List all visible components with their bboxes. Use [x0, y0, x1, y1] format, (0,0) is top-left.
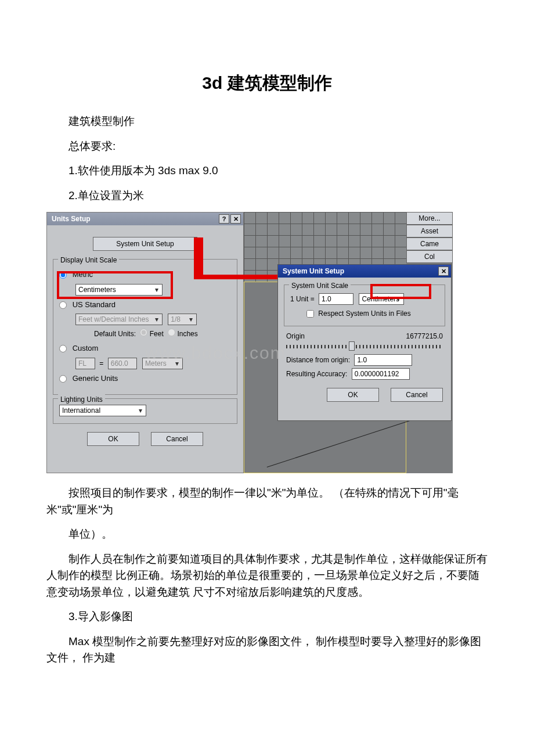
metric-combo[interactable]: Centimeters: [75, 284, 163, 296]
screenshot-figure: More... Asset Came Col Units Setup ? ✕ S…: [46, 212, 453, 473]
units-cancel-button[interactable]: Cancel: [151, 432, 203, 446]
system-unit-scale-group: System Unit Scale 1 Unit = 1.0 Centimete…: [284, 285, 445, 326]
para-note2: 制作人员在制作之前要知道项目的具体制作要求，尤其是制作单位，这样做能保证所有人制…: [46, 551, 488, 601]
system-unit-setup-button[interactable]: System Unit Setup: [93, 237, 197, 251]
system-unit-title: System Unit Setup: [283, 265, 344, 278]
feet-radio: [140, 329, 147, 336]
units-setup-title: Units Setup: [52, 213, 91, 225]
unit-value-input[interactable]: 1.0: [319, 293, 353, 305]
metric-radio[interactable]: [59, 271, 67, 279]
slider-thumb-icon[interactable]: [349, 341, 355, 351]
stack-camera-button[interactable]: Came: [406, 237, 453, 250]
para-req3: 3.导入影像图: [46, 609, 488, 625]
origin-slider[interactable]: [286, 345, 443, 348]
units-ok-button[interactable]: OK: [87, 432, 139, 446]
inches-radio: [168, 329, 175, 336]
system-unit-scale-legend: System Unit Scale: [289, 280, 351, 291]
default-units-label: Default Units:: [94, 330, 136, 338]
us-label: US Standard: [73, 300, 116, 309]
accuracy-input: 0.0000001192: [352, 368, 410, 380]
lighting-units-legend: Lighting Units: [58, 394, 105, 405]
unit-combo[interactable]: Centimeters: [359, 293, 404, 305]
para-note3: Max 模型制作之前要先整理好对应的影像图文件， 制作模型时要导入整理好的影像图…: [46, 633, 488, 667]
accuracy-label: Resulting Accuracy:: [286, 370, 347, 378]
origin-label: Origin: [286, 331, 305, 341]
us-combo2[interactable]: 1/8: [168, 314, 197, 325]
para-reqhead: 总体要求:: [46, 138, 488, 155]
custom-value-input[interactable]: 660.0: [108, 358, 137, 369]
respect-label: Respect System Units in Files: [318, 309, 410, 318]
lighting-units-group: Lighting Units International: [53, 398, 237, 424]
custom-prefix-input[interactable]: FL: [75, 358, 95, 369]
custom-label: Custom: [73, 344, 99, 352]
system-unit-dialog: System Unit Setup ✕ System Unit Scale 1 …: [277, 264, 452, 421]
system-unit-titlebar[interactable]: System Unit Setup ✕: [278, 265, 451, 278]
metric-row[interactable]: Metric: [59, 269, 231, 280]
distance-input[interactable]: 1.0: [354, 354, 412, 366]
custom-row[interactable]: Custom: [59, 343, 231, 354]
display-unit-scale-legend: Display Unit Scale: [58, 255, 119, 265]
para-note1b: 单位）。: [46, 526, 488, 543]
para-note1: 按照项目的制作要求，模型的制作一律以"米"为单位。 （在特殊的情况下可用"毫米"…: [46, 485, 488, 518]
origin-value: 16777215.0: [406, 331, 443, 341]
display-unit-scale-group: Display Unit Scale Metric Centimeters US…: [53, 259, 237, 395]
close-icon[interactable]: ✕: [230, 214, 241, 224]
us-combo1[interactable]: Feet w/Decimal Inches: [75, 314, 163, 325]
system-cancel-button[interactable]: Cancel: [391, 388, 443, 402]
generic-row[interactable]: Generic Units: [59, 373, 231, 384]
us-radio[interactable]: [59, 301, 67, 309]
stack-asset-button[interactable]: Asset: [406, 225, 453, 237]
units-setup-titlebar[interactable]: Units Setup ? ✕: [47, 213, 243, 225]
close-icon[interactable]: ✕: [438, 267, 449, 276]
para-req1: 1.软件使用版本为 3ds max 9.0: [46, 163, 488, 179]
generic-radio[interactable]: [59, 375, 67, 383]
feet-label: Feet: [150, 330, 164, 338]
us-row[interactable]: US Standard: [59, 299, 231, 311]
para-subtitle: 建筑模型制作: [46, 113, 488, 130]
lighting-combo[interactable]: International: [59, 405, 146, 416]
tool-stack: More... Asset Came Col: [406, 212, 453, 263]
stack-more-button[interactable]: More...: [406, 212, 453, 225]
respect-checkbox[interactable]: [306, 310, 314, 318]
inches-label: Inches: [177, 330, 197, 338]
page-title: 3d 建筑模型制作: [46, 70, 488, 96]
custom-equals: =: [99, 359, 103, 368]
custom-unit-combo[interactable]: Meters: [142, 358, 183, 369]
stack-col-button[interactable]: Col: [406, 250, 453, 263]
one-unit-label: 1 Unit =: [290, 295, 315, 303]
para-req2: 2.单位设置为米: [46, 188, 488, 204]
metric-label: Metric: [73, 270, 93, 279]
system-ok-button[interactable]: OK: [327, 388, 379, 402]
generic-label: Generic Units: [73, 374, 118, 383]
custom-radio[interactable]: [59, 345, 67, 352]
help-icon[interactable]: ?: [219, 214, 229, 224]
distance-label: Distance from origin:: [286, 356, 350, 364]
units-setup-dialog: Units Setup ? ✕ System Unit Setup Displa…: [46, 212, 244, 473]
